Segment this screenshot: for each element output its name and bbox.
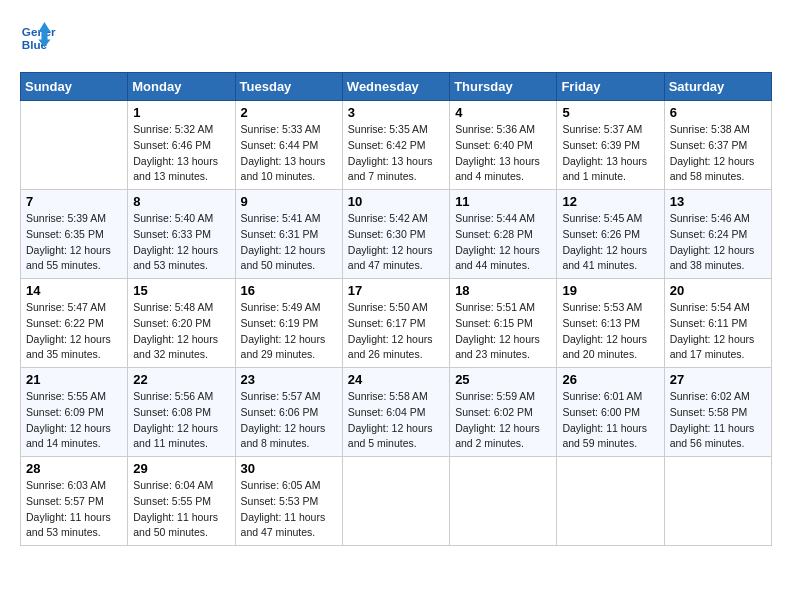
calendar-week-row: 14Sunrise: 5:47 AM Sunset: 6:22 PM Dayli… bbox=[21, 279, 772, 368]
calendar-cell bbox=[21, 101, 128, 190]
calendar-cell: 30Sunrise: 6:05 AM Sunset: 5:53 PM Dayli… bbox=[235, 457, 342, 546]
day-number: 14 bbox=[26, 283, 122, 298]
day-number: 9 bbox=[241, 194, 337, 209]
day-detail: Sunrise: 6:03 AM Sunset: 5:57 PM Dayligh… bbox=[26, 478, 122, 541]
calendar-cell: 5Sunrise: 5:37 AM Sunset: 6:39 PM Daylig… bbox=[557, 101, 664, 190]
weekday-header: Saturday bbox=[664, 73, 771, 101]
day-detail: Sunrise: 5:36 AM Sunset: 6:40 PM Dayligh… bbox=[455, 122, 551, 185]
day-number: 26 bbox=[562, 372, 658, 387]
calendar-cell: 17Sunrise: 5:50 AM Sunset: 6:17 PM Dayli… bbox=[342, 279, 449, 368]
calendar-cell bbox=[557, 457, 664, 546]
day-detail: Sunrise: 6:05 AM Sunset: 5:53 PM Dayligh… bbox=[241, 478, 337, 541]
day-detail: Sunrise: 5:48 AM Sunset: 6:20 PM Dayligh… bbox=[133, 300, 229, 363]
calendar-cell: 24Sunrise: 5:58 AM Sunset: 6:04 PM Dayli… bbox=[342, 368, 449, 457]
day-number: 28 bbox=[26, 461, 122, 476]
calendar-cell: 15Sunrise: 5:48 AM Sunset: 6:20 PM Dayli… bbox=[128, 279, 235, 368]
day-number: 12 bbox=[562, 194, 658, 209]
day-detail: Sunrise: 5:35 AM Sunset: 6:42 PM Dayligh… bbox=[348, 122, 444, 185]
day-number: 30 bbox=[241, 461, 337, 476]
day-detail: Sunrise: 6:02 AM Sunset: 5:58 PM Dayligh… bbox=[670, 389, 766, 452]
calendar-header: SundayMondayTuesdayWednesdayThursdayFrid… bbox=[21, 73, 772, 101]
day-number: 24 bbox=[348, 372, 444, 387]
day-number: 20 bbox=[670, 283, 766, 298]
day-number: 19 bbox=[562, 283, 658, 298]
day-number: 15 bbox=[133, 283, 229, 298]
calendar-cell: 1Sunrise: 5:32 AM Sunset: 6:46 PM Daylig… bbox=[128, 101, 235, 190]
day-detail: Sunrise: 5:49 AM Sunset: 6:19 PM Dayligh… bbox=[241, 300, 337, 363]
day-detail: Sunrise: 5:50 AM Sunset: 6:17 PM Dayligh… bbox=[348, 300, 444, 363]
day-detail: Sunrise: 5:33 AM Sunset: 6:44 PM Dayligh… bbox=[241, 122, 337, 185]
day-number: 1 bbox=[133, 105, 229, 120]
day-number: 3 bbox=[348, 105, 444, 120]
day-detail: Sunrise: 5:51 AM Sunset: 6:15 PM Dayligh… bbox=[455, 300, 551, 363]
day-detail: Sunrise: 5:58 AM Sunset: 6:04 PM Dayligh… bbox=[348, 389, 444, 452]
calendar-cell: 22Sunrise: 5:56 AM Sunset: 6:08 PM Dayli… bbox=[128, 368, 235, 457]
day-number: 21 bbox=[26, 372, 122, 387]
day-detail: Sunrise: 5:41 AM Sunset: 6:31 PM Dayligh… bbox=[241, 211, 337, 274]
day-detail: Sunrise: 5:40 AM Sunset: 6:33 PM Dayligh… bbox=[133, 211, 229, 274]
calendar-week-row: 28Sunrise: 6:03 AM Sunset: 5:57 PM Dayli… bbox=[21, 457, 772, 546]
calendar-cell: 16Sunrise: 5:49 AM Sunset: 6:19 PM Dayli… bbox=[235, 279, 342, 368]
calendar-cell: 19Sunrise: 5:53 AM Sunset: 6:13 PM Dayli… bbox=[557, 279, 664, 368]
day-detail: Sunrise: 5:37 AM Sunset: 6:39 PM Dayligh… bbox=[562, 122, 658, 185]
day-number: 4 bbox=[455, 105, 551, 120]
day-number: 29 bbox=[133, 461, 229, 476]
calendar-cell: 27Sunrise: 6:02 AM Sunset: 5:58 PM Dayli… bbox=[664, 368, 771, 457]
calendar-cell bbox=[664, 457, 771, 546]
day-detail: Sunrise: 5:57 AM Sunset: 6:06 PM Dayligh… bbox=[241, 389, 337, 452]
day-detail: Sunrise: 6:04 AM Sunset: 5:55 PM Dayligh… bbox=[133, 478, 229, 541]
day-detail: Sunrise: 5:54 AM Sunset: 6:11 PM Dayligh… bbox=[670, 300, 766, 363]
weekday-header: Sunday bbox=[21, 73, 128, 101]
calendar-week-row: 21Sunrise: 5:55 AM Sunset: 6:09 PM Dayli… bbox=[21, 368, 772, 457]
day-detail: Sunrise: 5:32 AM Sunset: 6:46 PM Dayligh… bbox=[133, 122, 229, 185]
calendar-cell: 29Sunrise: 6:04 AM Sunset: 5:55 PM Dayli… bbox=[128, 457, 235, 546]
weekday-header: Wednesday bbox=[342, 73, 449, 101]
weekday-header: Thursday bbox=[450, 73, 557, 101]
day-number: 13 bbox=[670, 194, 766, 209]
day-number: 22 bbox=[133, 372, 229, 387]
calendar-cell: 14Sunrise: 5:47 AM Sunset: 6:22 PM Dayli… bbox=[21, 279, 128, 368]
calendar-cell: 13Sunrise: 5:46 AM Sunset: 6:24 PM Dayli… bbox=[664, 190, 771, 279]
day-detail: Sunrise: 5:38 AM Sunset: 6:37 PM Dayligh… bbox=[670, 122, 766, 185]
calendar-cell: 2Sunrise: 5:33 AM Sunset: 6:44 PM Daylig… bbox=[235, 101, 342, 190]
logo-icon: General Blue bbox=[20, 20, 56, 56]
day-detail: Sunrise: 5:39 AM Sunset: 6:35 PM Dayligh… bbox=[26, 211, 122, 274]
day-detail: Sunrise: 5:42 AM Sunset: 6:30 PM Dayligh… bbox=[348, 211, 444, 274]
calendar-cell bbox=[450, 457, 557, 546]
day-number: 2 bbox=[241, 105, 337, 120]
calendar-cell: 3Sunrise: 5:35 AM Sunset: 6:42 PM Daylig… bbox=[342, 101, 449, 190]
weekday-header: Friday bbox=[557, 73, 664, 101]
calendar-cell: 9Sunrise: 5:41 AM Sunset: 6:31 PM Daylig… bbox=[235, 190, 342, 279]
calendar-cell: 10Sunrise: 5:42 AM Sunset: 6:30 PM Dayli… bbox=[342, 190, 449, 279]
day-number: 27 bbox=[670, 372, 766, 387]
calendar-cell: 20Sunrise: 5:54 AM Sunset: 6:11 PM Dayli… bbox=[664, 279, 771, 368]
weekday-header: Monday bbox=[128, 73, 235, 101]
calendar-cell: 18Sunrise: 5:51 AM Sunset: 6:15 PM Dayli… bbox=[450, 279, 557, 368]
calendar-cell: 6Sunrise: 5:38 AM Sunset: 6:37 PM Daylig… bbox=[664, 101, 771, 190]
calendar-cell: 26Sunrise: 6:01 AM Sunset: 6:00 PM Dayli… bbox=[557, 368, 664, 457]
day-number: 6 bbox=[670, 105, 766, 120]
calendar-cell: 8Sunrise: 5:40 AM Sunset: 6:33 PM Daylig… bbox=[128, 190, 235, 279]
logo: General Blue bbox=[20, 20, 62, 56]
day-detail: Sunrise: 5:45 AM Sunset: 6:26 PM Dayligh… bbox=[562, 211, 658, 274]
day-number: 25 bbox=[455, 372, 551, 387]
calendar-cell: 25Sunrise: 5:59 AM Sunset: 6:02 PM Dayli… bbox=[450, 368, 557, 457]
calendar-cell: 4Sunrise: 5:36 AM Sunset: 6:40 PM Daylig… bbox=[450, 101, 557, 190]
weekday-header: Tuesday bbox=[235, 73, 342, 101]
day-detail: Sunrise: 6:01 AM Sunset: 6:00 PM Dayligh… bbox=[562, 389, 658, 452]
day-number: 16 bbox=[241, 283, 337, 298]
day-detail: Sunrise: 5:56 AM Sunset: 6:08 PM Dayligh… bbox=[133, 389, 229, 452]
day-number: 17 bbox=[348, 283, 444, 298]
day-number: 23 bbox=[241, 372, 337, 387]
day-number: 5 bbox=[562, 105, 658, 120]
day-detail: Sunrise: 5:55 AM Sunset: 6:09 PM Dayligh… bbox=[26, 389, 122, 452]
calendar-table: SundayMondayTuesdayWednesdayThursdayFrid… bbox=[20, 72, 772, 546]
day-detail: Sunrise: 5:53 AM Sunset: 6:13 PM Dayligh… bbox=[562, 300, 658, 363]
calendar-cell: 12Sunrise: 5:45 AM Sunset: 6:26 PM Dayli… bbox=[557, 190, 664, 279]
day-number: 11 bbox=[455, 194, 551, 209]
page-header: General Blue bbox=[20, 20, 772, 56]
day-number: 7 bbox=[26, 194, 122, 209]
calendar-cell: 11Sunrise: 5:44 AM Sunset: 6:28 PM Dayli… bbox=[450, 190, 557, 279]
day-detail: Sunrise: 5:44 AM Sunset: 6:28 PM Dayligh… bbox=[455, 211, 551, 274]
calendar-cell: 23Sunrise: 5:57 AM Sunset: 6:06 PM Dayli… bbox=[235, 368, 342, 457]
